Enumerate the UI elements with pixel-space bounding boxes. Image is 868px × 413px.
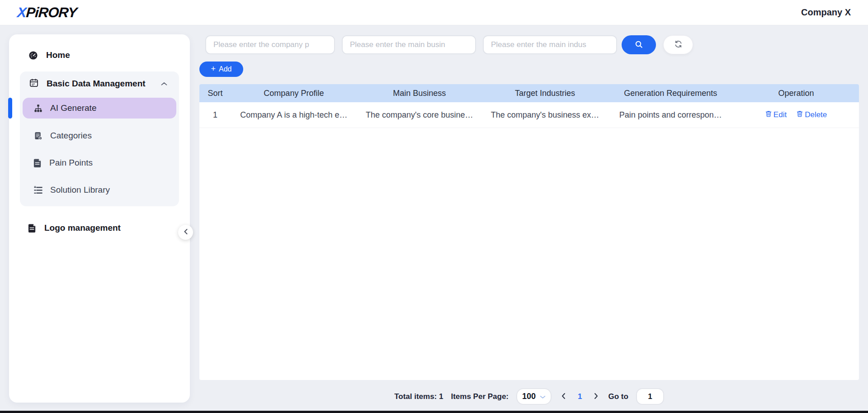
sidebar-item-label: AI Generate <box>50 103 96 113</box>
add-button[interactable]: + Add <box>199 62 243 77</box>
trash-icon <box>797 110 803 119</box>
company-name: Company X <box>801 7 851 18</box>
cell-sort: 1 <box>199 110 231 120</box>
sidebar-collapse-button[interactable] <box>178 225 193 240</box>
window-bottom-edge <box>0 411 868 413</box>
table-header-row: Sort Company Profile Main Business Targe… <box>199 84 859 102</box>
top-header: XPiRORY Company X <box>0 0 868 25</box>
filter-bar <box>199 35 859 54</box>
main-business-filter-input[interactable] <box>342 35 476 54</box>
logo-rest: PiRORY <box>25 5 77 20</box>
edit-link[interactable]: Edit <box>765 110 787 119</box>
goto-label: Go to <box>608 392 628 401</box>
page-size-select[interactable]: 100 <box>516 388 552 405</box>
chevron-left-icon <box>561 393 566 401</box>
next-page-button[interactable] <box>592 393 600 401</box>
refresh-button[interactable] <box>663 35 693 54</box>
active-item-indicator <box>8 98 12 119</box>
previous-page-button[interactable] <box>559 393 567 401</box>
cell-target-industries: The company's business ex… <box>482 110 608 120</box>
chevron-right-icon <box>594 393 599 401</box>
plus-icon: + <box>211 64 216 74</box>
sidebar-item-ai-generate[interactable]: AI Generate <box>23 98 176 119</box>
column-header-generation-requirements: Generation Requirements <box>608 89 733 98</box>
sidebar: Home Basic Data Management AI Generate C… <box>9 34 190 403</box>
dashboard-icon <box>28 50 38 61</box>
column-header-operation: Operation <box>733 89 859 98</box>
items-per-page-label: Items Per Page: <box>451 392 509 401</box>
sidebar-item-categories[interactable]: Categories <box>20 122 179 149</box>
logo-x: X <box>17 5 27 20</box>
column-header-target-industries: Target Industries <box>482 89 608 98</box>
total-items-label: Total items: 1 <box>394 392 443 401</box>
column-header-company-profile: Company Profile <box>231 89 357 98</box>
refresh-icon <box>674 40 683 50</box>
document-gear-icon <box>33 131 43 141</box>
sidebar-item-basic-data-management[interactable]: Basic Data Management <box>20 71 179 96</box>
delete-link[interactable]: Delete <box>797 110 827 119</box>
sidebar-group-basic-data: Basic Data Management AI Generate Catego… <box>20 71 179 206</box>
sidebar-item-label: Logo management <box>44 223 121 233</box>
chevron-down-icon <box>540 392 546 401</box>
cell-operation: Edit Delete <box>733 110 859 119</box>
sidebar-item-solution-library[interactable]: Solution Library <box>20 176 179 204</box>
sidebar-item-label: Basic Data Management <box>47 79 146 89</box>
main-panel: + Add Sort Company Profile Main Business… <box>199 25 859 380</box>
cell-generation-requirements: Pain points and correspon… <box>608 110 733 120</box>
main-industry-filter-input[interactable] <box>483 35 617 54</box>
list-icon <box>33 186 43 195</box>
sidebar-item-home[interactable]: Home <box>9 44 190 66</box>
delete-label: Delete <box>805 110 827 119</box>
column-header-main-business: Main Business <box>357 89 482 98</box>
cell-main-business: The company's core busine… <box>357 110 482 120</box>
page-size-value: 100 <box>522 392 536 401</box>
column-header-sort: Sort <box>199 89 231 98</box>
sidebar-item-pain-points[interactable]: Pain Points <box>20 149 179 176</box>
current-page[interactable]: 1 <box>575 392 585 401</box>
search-button[interactable] <box>622 35 656 54</box>
sidebar-item-label: Categories <box>50 131 92 141</box>
trash-icon <box>765 110 772 119</box>
sidebar-item-label: Home <box>46 50 70 60</box>
chevron-up-icon <box>161 82 167 86</box>
goto-page-input[interactable] <box>636 388 664 405</box>
app-logo: XPiRORY <box>17 5 78 21</box>
calendar-icon <box>29 78 39 90</box>
sidebar-item-logo-management[interactable]: Logo management <box>9 217 190 239</box>
document-icon <box>28 223 37 233</box>
pagination-bar: Total items: 1 Items Per Page: 100 1 Go … <box>199 388 859 405</box>
data-table: Sort Company Profile Main Business Targe… <box>199 84 859 380</box>
document-icon <box>33 158 42 168</box>
search-icon <box>634 40 643 50</box>
company-profile-filter-input[interactable] <box>205 35 335 54</box>
sidebar-item-label: Solution Library <box>50 185 110 195</box>
cell-company-profile: Company A is a high-tech e… <box>231 110 357 120</box>
sitemap-icon <box>33 104 43 113</box>
chevron-left-icon <box>184 228 188 236</box>
table-row: 1 Company A is a high-tech e… The compan… <box>199 102 859 128</box>
edit-label: Edit <box>774 110 787 119</box>
sidebar-item-label: Pain Points <box>49 158 93 168</box>
add-button-label: Add <box>219 65 231 73</box>
